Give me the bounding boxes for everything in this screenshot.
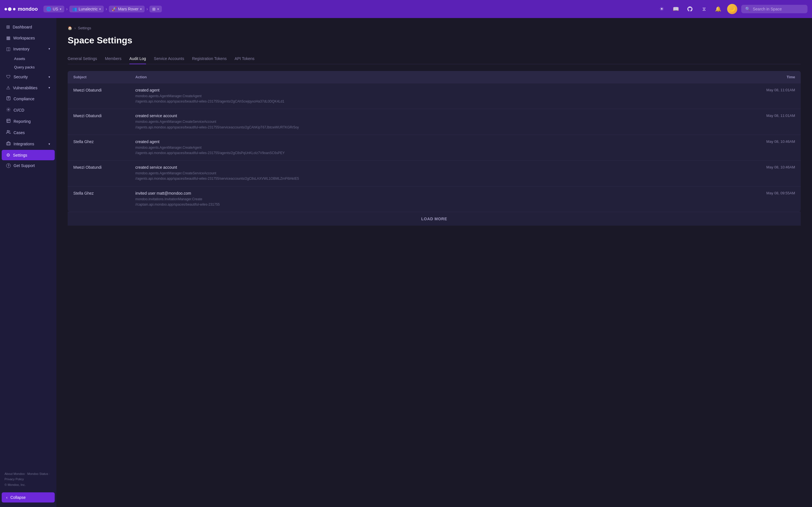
inventory-submenu: Assets Query packs xyxy=(0,54,56,71)
table-row: Stella Ghez created agent mondoo.agents.… xyxy=(68,135,801,160)
breadcrumb-current: Settings xyxy=(78,26,91,30)
app-body: ⊞ Dashboard ▦ Workspaces ◫ Inventory ▾ A… xyxy=(0,18,812,507)
sidebar-item-cicd[interactable]: CI/CD xyxy=(2,105,55,115)
col-subject: Subject xyxy=(68,71,130,83)
search-input[interactable] xyxy=(753,7,804,11)
org-selector[interactable]: 👥 Lunalectric ▾ xyxy=(69,6,104,12)
sidebar-item-vulnerabilities[interactable]: ⚠ Vulnerabilities ▾ xyxy=(2,82,55,93)
svg-rect-3 xyxy=(6,143,10,145)
action-detail: mondoo.agents.AgentManager.CreateAgent//… xyxy=(135,94,670,104)
subject-cell: Mwezi Obatundi xyxy=(68,109,130,135)
top-navigation: mondoo 🌐 US ▾ › 👥 Lunalectric ▾ › 🚀 Mars… xyxy=(0,0,812,18)
workspaces-icon: ▦ xyxy=(6,35,10,41)
sidebar-item-label: CI/CD xyxy=(13,108,24,112)
org-chevron: ▾ xyxy=(99,7,101,11)
space-selector[interactable]: 🚀 Mars Rover ▾ xyxy=(109,6,145,12)
sidebar-item-reporting[interactable]: Reporting xyxy=(2,116,55,127)
sidebar-item-label: Integrations xyxy=(13,142,34,146)
sidebar-item-label: Settings xyxy=(13,153,28,158)
sidebar-item-inventory[interactable]: ◫ Inventory ▾ xyxy=(2,44,55,54)
sidebar-item-workspaces[interactable]: ▦ Workspaces xyxy=(2,33,55,43)
action-cell: invited user matt@mondoo.com mondoo.invi… xyxy=(130,186,676,212)
sidebar-item-integrations[interactable]: Integrations ▾ xyxy=(2,138,55,149)
action-cell: created agent mondoo.agents.AgentManager… xyxy=(130,135,676,160)
sidebar-item-security[interactable]: 🛡 Security ▾ xyxy=(2,72,55,82)
privacy-link[interactable]: Privacy Policy xyxy=(4,477,24,481)
docs-button[interactable]: 📖 xyxy=(671,4,681,14)
logo-text: mondoo xyxy=(18,6,38,12)
sidebar-item-get-support[interactable]: ? Get Support xyxy=(2,161,55,170)
tab-audit-log[interactable]: Audit Log xyxy=(130,54,146,64)
action-cell: created service account mondoo.agents.Ag… xyxy=(130,109,676,135)
tab-api-tokens[interactable]: API Tokens xyxy=(235,54,255,64)
inventory-chevron: ▾ xyxy=(49,47,50,51)
tab-service-accounts[interactable]: Service Accounts xyxy=(154,54,184,64)
view-selector[interactable]: ⊞ ▾ xyxy=(149,6,162,12)
get-support-icon: ? xyxy=(6,163,11,168)
sidebar-item-settings[interactable]: ⚙ Settings xyxy=(2,150,55,160)
sidebar-item-label: Workspaces xyxy=(13,36,35,40)
table-row: Mwezi Obatundi created agent mondoo.agen… xyxy=(68,83,801,109)
collapse-button[interactable]: ‹ Collapse xyxy=(2,492,55,503)
collapse-icon: ‹ xyxy=(6,495,8,500)
integrations-chevron: ▾ xyxy=(49,142,50,146)
svg-point-2 xyxy=(7,130,8,132)
view-chevron: ▾ xyxy=(157,7,159,11)
sidebar-item-label: Dashboard xyxy=(13,25,32,29)
space-chevron: ▾ xyxy=(140,7,142,11)
tab-registration-tokens[interactable]: Registration Tokens xyxy=(192,54,227,64)
vulnerabilities-chevron: ▾ xyxy=(49,86,50,90)
breadcrumb-sep: › xyxy=(74,26,75,30)
sidebar: ⊞ Dashboard ▦ Workspaces ◫ Inventory ▾ A… xyxy=(0,18,56,507)
notification-button[interactable]: 🔔 xyxy=(713,4,723,14)
load-more-button[interactable]: LOAD MORE xyxy=(68,212,801,226)
slack-button[interactable]: ⧖ xyxy=(699,4,709,14)
subject-cell: Mwezi Obatundi xyxy=(68,161,130,186)
tab-general-settings[interactable]: General Settings xyxy=(68,54,97,64)
tab-members[interactable]: Members xyxy=(105,54,121,64)
sidebar-item-label: Compliance xyxy=(13,97,35,101)
inventory-icon: ◫ xyxy=(6,46,10,52)
sidebar-item-assets[interactable]: Assets xyxy=(11,55,55,63)
logo[interactable]: mondoo xyxy=(4,6,38,12)
security-icon: 🛡 xyxy=(6,74,11,79)
sidebar-item-query-packs[interactable]: Query packs xyxy=(11,63,55,71)
time-cell: May 08, 09:55AM xyxy=(676,186,801,212)
collapse-label: Collapse xyxy=(10,495,26,500)
main-content: 🏠 › Settings Space Settings General Sett… xyxy=(56,18,812,507)
col-time: Time xyxy=(676,71,801,83)
vulnerabilities-icon: ⚠ xyxy=(6,85,10,91)
sidebar-item-label: Vulnerabilities xyxy=(13,86,38,90)
time-cell: May 08, 10:46AM xyxy=(676,135,801,160)
sidebar-item-compliance[interactable]: Compliance xyxy=(2,94,55,104)
nav-sep-3: › xyxy=(146,6,148,11)
globe-icon: 🌐 xyxy=(46,7,51,11)
github-button[interactable] xyxy=(685,4,695,14)
action-cell: created agent mondoo.agents.AgentManager… xyxy=(130,83,676,109)
compliance-icon xyxy=(6,96,11,102)
copyright: © Mondoo, Inc. xyxy=(4,482,52,488)
assets-label: Assets xyxy=(14,57,25,61)
brightness-button[interactable]: ☀ xyxy=(657,4,667,14)
cicd-icon xyxy=(6,107,11,113)
search-box[interactable]: 🔍 xyxy=(741,5,808,13)
home-icon[interactable]: 🏠 xyxy=(68,26,72,30)
about-link[interactable]: About Mondoo xyxy=(4,472,25,475)
settings-icon: ⚙ xyxy=(6,152,10,158)
sidebar-item-dashboard[interactable]: ⊞ Dashboard xyxy=(2,22,55,32)
subject-cell: Stella Ghez xyxy=(68,186,130,212)
region-selector[interactable]: 🌐 US ▾ xyxy=(43,6,64,12)
sidebar-item-cases[interactable]: Cases xyxy=(2,127,55,138)
nav-breadcrumb: 🌐 US ▾ › 👥 Lunalectric ▾ › 🚀 Mars Rover … xyxy=(43,6,162,12)
space-label: Mars Rover xyxy=(118,7,139,11)
status-link[interactable]: Mondoo Status xyxy=(28,472,48,475)
grid-icon: ⊞ xyxy=(152,7,156,11)
sidebar-footer: About Mondoo · Mondoo Status · Privacy P… xyxy=(0,468,56,491)
nav-sep-2: › xyxy=(105,6,107,11)
time-cell: May 08, 10:46AM xyxy=(676,161,801,186)
subject-cell: Mwezi Obatundi xyxy=(68,83,130,109)
table-row: Stella Ghez invited user matt@mondoo.com… xyxy=(68,186,801,212)
user-avatar[interactable]: 🌙 xyxy=(727,4,737,14)
action-detail: mondoo.agents.AgentManager.CreateAgent//… xyxy=(135,145,670,156)
svg-rect-1 xyxy=(7,119,10,122)
